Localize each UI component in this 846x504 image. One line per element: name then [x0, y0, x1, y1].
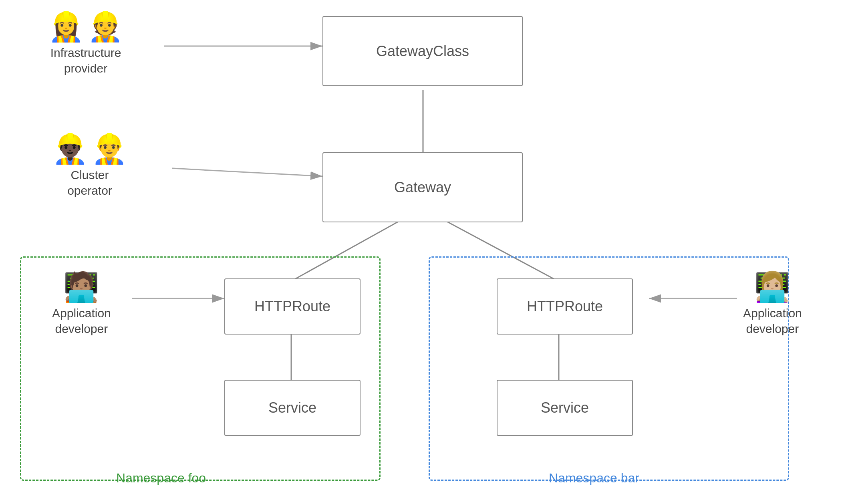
diagram: Namespace foo Namespace bar GatewayClass…	[0, 0, 846, 504]
service-foo-label: Service	[268, 399, 316, 416]
cluster-emoji-1: 👷🏿‍♂️	[52, 134, 88, 163]
app-dev-foo-emojis: 🧑🏽‍💻	[63, 272, 99, 301]
app-dev-foo-emoji: 🧑🏽‍💻	[63, 272, 99, 301]
gateway-label: Gateway	[394, 179, 451, 196]
infra-emoji-1: 👷‍♀️	[48, 12, 84, 41]
gateway-box: Gateway	[322, 152, 523, 222]
cluster-emoji-2: 👷‍♂️	[91, 134, 127, 163]
app-dev-bar-emojis: 👩🏼‍💻	[754, 272, 790, 301]
app-dev-bar-emoji: 👩🏼‍💻	[754, 272, 790, 301]
infra-emoji-2: 👷	[87, 12, 123, 41]
service-bar-label: Service	[541, 399, 589, 416]
namespace-bar-label: Namespace bar	[549, 471, 639, 486]
gatewayclass-label: GatewayClass	[376, 43, 469, 60]
httproute-bar-label: HTTPRoute	[527, 298, 603, 315]
app-dev-bar-label: Applicationdeveloper	[743, 305, 802, 337]
httproute-foo-box: HTTPRoute	[224, 278, 361, 335]
namespace-foo-label: Namespace foo	[116, 471, 206, 486]
cluster-operator-emojis: 👷🏿‍♂️ 👷‍♂️	[52, 134, 127, 163]
app-dev-bar-group: 👩🏼‍💻 Applicationdeveloper	[743, 272, 802, 333]
app-dev-foo-label: Applicationdeveloper	[52, 305, 111, 337]
infra-provider-label: Infrastructureprovider	[50, 45, 121, 76]
gatewayclass-box: GatewayClass	[322, 16, 523, 86]
httproute-foo-label: HTTPRoute	[254, 298, 330, 315]
httproute-bar-box: HTTPRoute	[497, 278, 633, 335]
svg-line-2	[172, 168, 322, 176]
service-foo-box: Service	[224, 380, 361, 436]
app-dev-foo-group: 🧑🏽‍💻 Applicationdeveloper	[52, 272, 111, 333]
cluster-operator-label: Clusteroperator	[67, 167, 112, 198]
infra-provider-emojis: 👷‍♀️ 👷	[48, 12, 123, 41]
infra-provider-group: 👷‍♀️ 👷 Infrastructureprovider	[48, 12, 123, 72]
cluster-operator-group: 👷🏿‍♂️ 👷‍♂️ Clusteroperator	[52, 134, 127, 194]
service-bar-box: Service	[497, 380, 633, 436]
